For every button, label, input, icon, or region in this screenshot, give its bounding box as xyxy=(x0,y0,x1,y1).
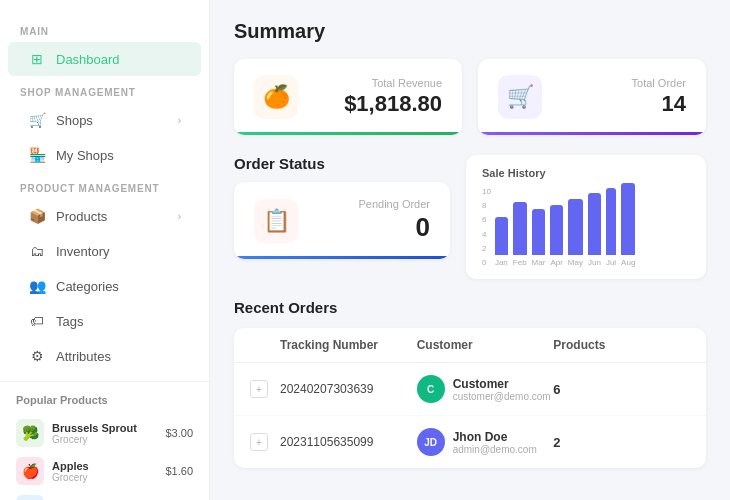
my-shops-icon: 🏪 xyxy=(28,146,46,164)
arrow-icon: › xyxy=(178,115,181,126)
product-name-1: Apples xyxy=(52,460,157,472)
products-icon: 📦 xyxy=(28,207,46,225)
tracking-num-0: 20240207303639 xyxy=(280,382,417,396)
product-price-1: $1.60 xyxy=(165,465,193,477)
summary-card-1: 🛒 Total Order 14 xyxy=(478,59,706,135)
avatar-1: JD xyxy=(417,428,445,456)
sidebar-item-products[interactable]: 📦 Products › xyxy=(8,199,201,233)
bar-col-5: Jun xyxy=(588,193,601,267)
customer-name-0: Customer xyxy=(453,377,551,391)
sidebar-label-attributes: Attributes xyxy=(56,349,181,364)
bar-2 xyxy=(532,209,546,255)
recent-orders-title: Recent Orders xyxy=(234,299,706,316)
sidebar-item-tags[interactable]: 🏷 Tags xyxy=(8,304,201,338)
sidebar-item-my-shops[interactable]: 🏪 My Shops xyxy=(8,138,201,172)
recent-orders-section: Recent Orders Tracking Number Customer P… xyxy=(234,299,706,468)
bar-col-6: Jul xyxy=(606,188,616,267)
customer-col-1: JD Jhon Doe admin@demo.com xyxy=(417,428,554,456)
sidebar-item-attributes[interactable]: ⚙ Attributes xyxy=(8,339,201,373)
table-row: + 20240207303639 C Customer customer@dem… xyxy=(234,363,706,416)
order-status-card: 📋 Pending Order 0 xyxy=(234,182,450,259)
sidebar-item-shops[interactable]: 🛒 Shops › xyxy=(8,103,201,137)
sidebar-label-categories: Categories xyxy=(56,279,181,294)
product-icon-0: 🥦 xyxy=(16,419,44,447)
customer-name-1: Jhon Doe xyxy=(453,430,537,444)
product-item-0: 🥦 Brussels Sprout Grocery $3.00 xyxy=(16,414,193,452)
product-category-0: Grocery xyxy=(52,434,157,445)
order-label: Pending Order xyxy=(312,198,430,210)
col-customer: Customer xyxy=(417,338,554,352)
summary-label-0: Total Revenue xyxy=(312,77,442,89)
bar-col-4: May xyxy=(568,199,583,267)
order-icon: 📋 xyxy=(254,199,298,243)
bar-label-7: Aug xyxy=(621,258,635,267)
product-icon-2: 🫐 xyxy=(16,495,44,500)
page-title: Summary xyxy=(234,20,706,43)
row-expand-0[interactable]: + xyxy=(250,380,268,398)
bar-label-5: Jun xyxy=(588,258,601,267)
shops-icon: 🛒 xyxy=(28,111,46,129)
bar-label-3: Apr xyxy=(550,258,562,267)
y-label: 4 xyxy=(482,230,491,239)
tracking-num-1: 20231105635099 xyxy=(280,435,417,449)
products-count-1: 2 xyxy=(553,435,690,450)
bar-col-1: Feb xyxy=(513,202,527,267)
order-value: 0 xyxy=(312,212,430,243)
order-info: Pending Order 0 xyxy=(312,198,430,243)
customer-email-1: admin@demo.com xyxy=(453,444,537,455)
summary-icon-0: 🍊 xyxy=(254,75,298,119)
row-expand-1[interactable]: + xyxy=(250,433,268,451)
popular-products-title: Popular Products xyxy=(16,394,193,406)
inventory-icon: 🗂 xyxy=(28,242,46,260)
sidebar-item-inventory[interactable]: 🗂 Inventory xyxy=(8,234,201,268)
bar-label-2: Mar xyxy=(532,258,546,267)
bar-1 xyxy=(513,202,527,255)
sidebar-label-my-shops: My Shops xyxy=(56,148,181,163)
col-tracking: Tracking Number xyxy=(280,338,417,352)
bar-col-2: Mar xyxy=(532,209,546,267)
product-name-0: Brussels Sprout xyxy=(52,422,157,434)
sidebar-label-tags: Tags xyxy=(56,314,181,329)
sidebar-section-shop-management: SHOP MANAGEMENT xyxy=(0,77,209,102)
sidebar-label-dashboard: Dashboard xyxy=(56,52,181,67)
arrow-icon: › xyxy=(178,211,181,222)
sidebar-item-dashboard[interactable]: ⊞ Dashboard xyxy=(8,42,201,76)
avatar-0: C xyxy=(417,375,445,403)
bar-label-1: Feb xyxy=(513,258,527,267)
y-label: 6 xyxy=(482,215,491,224)
summary-card-0: 🍊 Total Revenue $1,818.80 xyxy=(234,59,462,135)
bar-col-3: Apr xyxy=(550,205,562,267)
sidebar: MAIN ⊞ Dashboard SHOP MANAGEMENT 🛒 Shops… xyxy=(0,0,210,500)
main-content: Summary 🍊 Total Revenue $1,818.80 🛒 Tota… xyxy=(210,0,730,500)
y-label: 8 xyxy=(482,201,491,210)
orders-table: Tracking Number Customer Products + 2024… xyxy=(234,328,706,468)
bar-5 xyxy=(588,193,601,255)
summary-value-1: 14 xyxy=(556,91,686,117)
bar-label-6: Jul xyxy=(606,258,616,267)
customer-email-0: customer@demo.com xyxy=(453,391,551,402)
table-row: + 20231105635099 JD Jhon Doe admin@demo.… xyxy=(234,416,706,468)
chart-inner: 1086420 Jan Feb Mar Apr May Jun Jul Aug xyxy=(482,187,690,267)
chart-section: Sale History 1086420 Jan Feb Mar Apr May… xyxy=(466,155,706,279)
sidebar-label-inventory: Inventory xyxy=(56,244,181,259)
chart-area: Jan Feb Mar Apr May Jun Jul Aug xyxy=(495,187,635,267)
bar-col-7: Aug xyxy=(621,183,635,267)
sidebar-item-categories[interactable]: 👥 Categories xyxy=(8,269,201,303)
y-label: 0 xyxy=(482,258,491,267)
popular-products: Popular Products 🥦 Brussels Sprout Groce… xyxy=(0,381,209,500)
col-products: Products xyxy=(553,338,690,352)
product-price-0: $3.00 xyxy=(165,427,193,439)
order-status-title: Order Status xyxy=(234,155,450,172)
attributes-icon: ⚙ xyxy=(28,347,46,365)
chart-title: Sale History xyxy=(482,167,690,179)
bar-6 xyxy=(606,188,616,255)
chart-y-axis: 1086420 xyxy=(482,187,491,267)
sidebar-label-shops: Shops xyxy=(56,113,178,128)
bar-0 xyxy=(495,217,508,255)
bar-label-0: Jan xyxy=(495,258,508,267)
product-category-1: Grocery xyxy=(52,472,157,483)
y-label: 2 xyxy=(482,244,491,253)
bar-7 xyxy=(621,183,635,255)
bar-col-0: Jan xyxy=(495,217,508,267)
bar-3 xyxy=(550,205,562,255)
